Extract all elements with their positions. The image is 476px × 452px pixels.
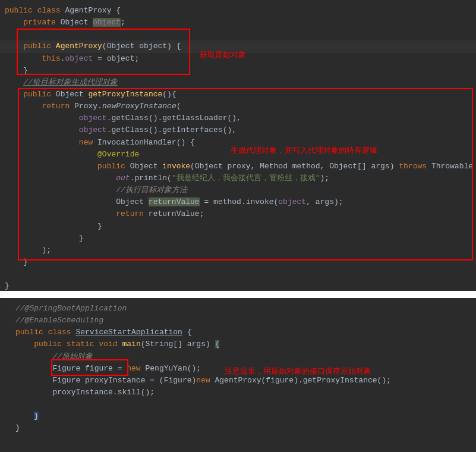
code-line[interactable]: }: [0, 65, 476, 77]
method-skill: skill: [118, 388, 141, 397]
var-name: returnValue: [149, 197, 200, 206]
code-line[interactable]: object.getClass().getClassLoader(),: [0, 112, 476, 124]
code-line[interactable]: }: [0, 422, 476, 434]
comma: ,: [232, 125, 237, 134]
semi: ;: [121, 18, 125, 27]
code-line[interactable]: [0, 29, 476, 40]
lparen: (: [176, 102, 181, 111]
code-editor-panel-2: //@SpringBootApplication //@EnableSchedu…: [0, 298, 476, 452]
kw-public: public: [34, 340, 62, 349]
code-line[interactable]: public AgentProxy(Object object) {: [0, 40, 476, 52]
method-name: getProxyInstance: [88, 90, 162, 99]
call: ();: [377, 376, 391, 385]
code-line[interactable]: }: [0, 233, 476, 244]
call: ();: [141, 388, 155, 397]
kw-public: public: [5, 6, 33, 15]
rbrace: }: [23, 66, 28, 75]
code-line[interactable]: //给目标对象生成代理对象: [0, 77, 476, 89]
semi: ;: [134, 54, 139, 63]
code-line[interactable]: new InvocationHandler() {: [0, 137, 476, 149]
comma: ,: [251, 162, 256, 171]
rbrace: }: [15, 423, 20, 432]
assign: = object: [93, 54, 134, 63]
type-object: Object: [61, 18, 89, 27]
kw-new: new: [196, 376, 210, 385]
args: (figure).: [261, 376, 303, 385]
args-end: , args): [306, 197, 339, 206]
kw-static: static: [67, 340, 94, 349]
field-ref: object: [79, 114, 107, 123]
type-figure: Figure: [52, 376, 80, 385]
kw-return: return: [42, 102, 70, 111]
method-call: getClass: [111, 125, 148, 134]
code-line[interactable]: //@EnableScheduling: [0, 315, 476, 327]
rbrace: }: [97, 222, 102, 231]
kw-void: void: [99, 340, 117, 349]
code-line[interactable]: }: [0, 410, 476, 422]
ctor-name: AgentProxy: [56, 42, 102, 51]
type-figure: Figure: [52, 364, 80, 373]
var-figure: figure: [85, 364, 113, 373]
type: Object[]: [329, 162, 366, 171]
method-main: main: [122, 340, 141, 349]
kw-class: class: [48, 328, 71, 337]
code-line[interactable]: //原始对象: [0, 351, 476, 363]
main-params: (String[] args): [141, 340, 215, 349]
code-line[interactable]: this.object = object;: [0, 53, 476, 65]
code-line[interactable]: [0, 398, 476, 410]
code-line[interactable]: [0, 268, 476, 280]
code-line[interactable]: private Object object;: [0, 17, 476, 29]
comma: ,: [320, 162, 325, 171]
comment: //@EnableScheduling: [15, 316, 103, 325]
rbrace: }: [23, 258, 28, 266]
comment: //@SpringBootApplication: [15, 304, 127, 313]
method-call: getClass: [111, 114, 148, 123]
kw-new: new: [79, 138, 93, 147]
static-method: newProxyInstance: [102, 102, 176, 111]
code-line[interactable]: @Override: [0, 149, 476, 161]
code-line[interactable]: return returnValue;: [0, 208, 476, 220]
kw-public: public: [23, 42, 51, 51]
code-line[interactable]: object.getClass().getInterfaces(),: [0, 124, 476, 136]
code-line[interactable]: proxyInstance.skill();: [0, 387, 476, 398]
method-invoke: method.invoke(: [213, 197, 278, 206]
kw-public: public: [15, 328, 43, 337]
code-line[interactable]: public class AgentProxy {: [0, 5, 476, 17]
code-line[interactable]: public Object invoke(Object proxy, Metho…: [0, 161, 476, 172]
code-line[interactable]: }: [0, 256, 476, 268]
class-ref: InvocationHandler: [97, 138, 176, 147]
code-line[interactable]: );: [0, 244, 476, 256]
param: method: [292, 162, 320, 171]
code-line[interactable]: return Proxy.newProxyInstance(: [0, 101, 476, 112]
class-name: AgentProxy: [65, 6, 111, 15]
eq: =: [113, 364, 127, 373]
code-line[interactable]: public static void main(String[] args) {: [0, 338, 476, 350]
kw-class: class: [37, 6, 61, 15]
method-name: invoke: [162, 162, 190, 171]
code-line[interactable]: //执行目标对象方法: [0, 184, 476, 196]
kw-public: public: [23, 90, 51, 99]
kw-throws: throws: [399, 162, 427, 171]
code-line[interactable]: Figure proxyInstance = (Figure)new Agent…: [0, 375, 476, 387]
param: args: [371, 162, 389, 171]
code-line[interactable]: }: [0, 280, 476, 291]
code-line[interactable]: Figure figure = new PengYuYan();: [0, 363, 476, 375]
method-call: getInterfaces: [162, 125, 222, 134]
kw-this: this: [42, 54, 60, 63]
rbrace-highlighted: }: [34, 412, 39, 420]
type: Method: [260, 162, 288, 171]
code-line[interactable]: public class ServiceStartApplication {: [0, 327, 476, 338]
var-proxy: proxyInstance: [85, 376, 145, 385]
code-line[interactable]: }: [0, 221, 476, 233]
code-line[interactable]: public Object getProxyInstance(){: [0, 89, 476, 101]
exception: Throwable: [431, 162, 473, 171]
type: Object: [116, 197, 144, 206]
code-line[interactable]: out.println("我是经纪人，我会接代言，管粉丝，接戏");: [0, 172, 476, 184]
kw-private: private: [23, 18, 56, 27]
comment: //给目标对象生成代理对象: [23, 78, 118, 87]
code-line[interactable]: //@SpringBootApplication: [0, 303, 476, 315]
field-ref: object: [65, 54, 93, 63]
kw-return: return: [116, 209, 144, 218]
code-line[interactable]: Object returnValue = method.invoke(objec…: [0, 196, 476, 208]
comma: ,: [237, 114, 241, 123]
